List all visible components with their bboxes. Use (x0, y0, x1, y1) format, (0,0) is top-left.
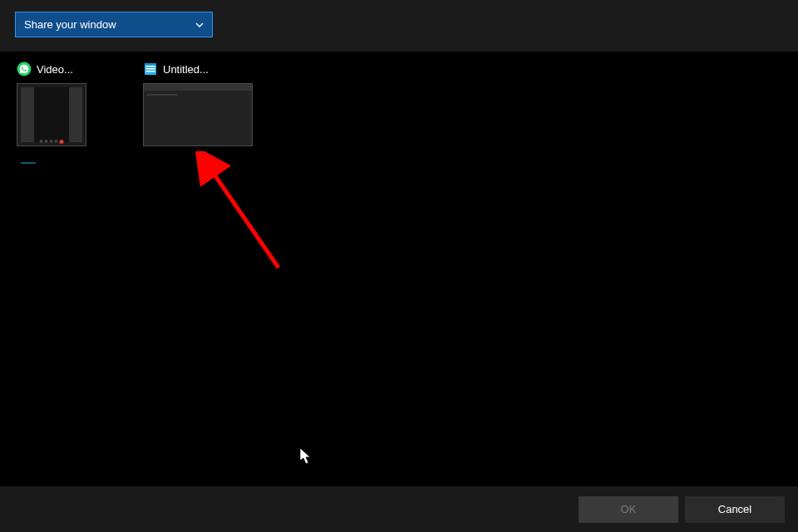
dropdown-label: Share your window (24, 18, 116, 31)
notepad-icon (143, 62, 158, 76)
cancel-button-label: Cancel (718, 503, 751, 515)
svg-line-7 (209, 166, 278, 268)
svg-rect-2 (146, 66, 155, 66)
topbar: Share your window (0, 0, 798, 52)
window-thumbnail (17, 83, 86, 146)
window-item-label: Video... (37, 63, 73, 76)
window-thumbnail (143, 83, 253, 146)
window-list: Video... (0, 52, 798, 155)
svg-rect-4 (146, 71, 155, 71)
ok-button[interactable]: OK (579, 496, 678, 523)
window-item-label: Untitled... (163, 63, 209, 76)
whatsapp-icon (17, 62, 32, 76)
window-item-untitled[interactable]: Untitled... (143, 60, 253, 146)
chevron-down-icon (195, 21, 204, 29)
selection-marker (21, 162, 36, 164)
mouse-cursor-icon (300, 448, 312, 467)
window-item-video[interactable]: Video... (17, 60, 126, 146)
cancel-button[interactable]: Cancel (685, 496, 785, 523)
window-item-header: Untitled... (143, 60, 253, 78)
ok-button-label: OK (621, 503, 637, 515)
footer: OK Cancel (0, 486, 798, 532)
window-item-header: Video... (17, 60, 126, 78)
annotation-arrow (170, 151, 312, 295)
svg-rect-5 (145, 63, 156, 66)
share-mode-dropdown[interactable]: Share your window (15, 12, 213, 37)
svg-rect-3 (146, 68, 155, 69)
